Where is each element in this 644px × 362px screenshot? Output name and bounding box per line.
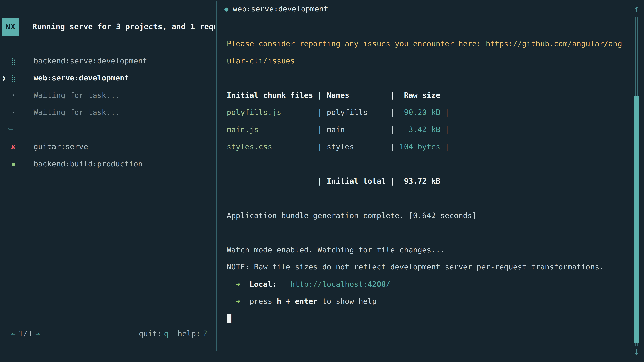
terminal-text: 3.42 kB xyxy=(395,125,440,134)
spinner-icon: ⣷ xyxy=(10,57,17,65)
terminal-text: Application bundle generation complete. … xyxy=(227,211,477,220)
terminal-text: polyfills.js xyxy=(227,108,281,117)
task-label: backend:serve:development xyxy=(34,56,147,65)
task-item-waiting-for-task-[interactable]: ·Waiting for task... xyxy=(0,86,216,104)
terminal-text: Watch mode enabled. Watching for file ch… xyxy=(227,245,445,254)
terminal-line-3 xyxy=(227,69,632,87)
local-server-link[interactable]: http://localhost: xyxy=(290,280,368,289)
scrollbar-thumb[interactable] xyxy=(634,96,639,343)
terminal-text: | xyxy=(281,108,327,117)
terminal-line-8 xyxy=(227,155,632,173)
keyboard-shortcuts: quit: q help: ? xyxy=(139,329,207,338)
terminal-text: polyfills xyxy=(327,108,390,117)
terminal-text: Initial chunk files | Names | Raw size xyxy=(227,91,440,99)
terminal-text: | xyxy=(272,142,327,151)
quit-shortcut-key: q xyxy=(164,329,168,338)
local-server-port[interactable]: 4200 xyxy=(368,280,386,289)
terminal-text: main.js xyxy=(227,125,258,134)
terminal-line-13: Watch mode enabled. Watching for file ch… xyxy=(227,241,632,259)
scroll-up-icon[interactable]: ↑ xyxy=(631,2,643,16)
terminal-text: press xyxy=(240,297,277,306)
terminal-line-11: Application bundle generation complete. … xyxy=(227,207,632,224)
sidebar-title: Running serve for 3 projects, and 1 requ xyxy=(32,17,215,36)
panel-bottom-border xyxy=(216,351,626,351)
terminal-line-1: Please consider reporting any issues you… xyxy=(227,35,632,52)
terminal-text: | xyxy=(258,125,327,134)
terminal-text xyxy=(227,297,236,306)
terminal-line-0 xyxy=(227,18,632,35)
terminal-text: | xyxy=(440,125,454,134)
terminal-text: | xyxy=(390,125,395,134)
terminal-line-5: polyfills.js | polyfills | 90.20 kB | xyxy=(227,104,632,121)
terminal-line-9: | Initial total | 93.72 kB xyxy=(227,173,632,190)
terminal-line-17: █ xyxy=(227,310,632,327)
terminal-text: 90.20 kB xyxy=(395,108,440,117)
task-sidebar: NX Running serve for 3 projects, and 1 r… xyxy=(0,0,216,362)
terminal-text: | xyxy=(390,108,395,117)
terminal-text: h + enter xyxy=(277,297,318,306)
terminal-text: to show help xyxy=(318,297,377,306)
terminal-text: NOTE: Raw file sizes do not reflect deve… xyxy=(227,263,604,271)
panel-divider xyxy=(216,1,217,351)
terminal-text: | xyxy=(390,142,395,151)
task-group: ✘guitar:serve▪backend:build:production xyxy=(0,138,216,172)
terminal-line-4: Initial chunk files | Names | Raw size xyxy=(227,87,632,104)
help-shortcut-key: ? xyxy=(203,329,207,338)
task-label: web:serve:development xyxy=(34,73,129,82)
help-shortcut-label: help: xyxy=(178,329,200,338)
pagination-next-icon[interactable]: → xyxy=(35,329,40,338)
terminal-text: styles xyxy=(327,142,390,151)
task-list: ⣷backend:serve:development❯⣷web:serve:de… xyxy=(0,52,216,172)
task-item-backend-build-production[interactable]: ▪backend:build:production xyxy=(0,155,216,172)
selected-chevron-icon: ❯ xyxy=(1,73,10,82)
github-issues-link[interactable]: https://github.com/angular/ang xyxy=(486,39,622,48)
task-label: Waiting for task... xyxy=(34,108,120,117)
header-border-stub xyxy=(216,8,221,9)
task-label: Waiting for task... xyxy=(34,91,120,99)
github-issues-link-wrap[interactable]: ular-cli/issues xyxy=(227,56,295,65)
task-item-waiting-for-task-[interactable]: ·Waiting for task... xyxy=(0,104,216,121)
pagination-label: 1/1 xyxy=(18,329,32,338)
quit-shortcut-label: quit: xyxy=(139,329,162,338)
task-label: guitar:serve xyxy=(34,142,88,151)
terminal-text: Local: xyxy=(250,280,277,289)
task-item-backend-serve-development[interactable]: ⣷backend:serve:development xyxy=(0,52,216,69)
terminal-line-14: NOTE: Raw file sizes do not reflect deve… xyxy=(227,258,632,276)
terminal-output: Please consider reporting any issues you… xyxy=(227,18,632,327)
pagination: ← 1/1 → xyxy=(11,329,40,338)
output-panel-title: web:serve:development xyxy=(233,4,328,13)
terminal-text: | Initial total | 93.72 kB xyxy=(227,177,440,186)
header-border-line xyxy=(333,8,626,9)
terminal-line-2: ular-cli/issues xyxy=(227,52,632,69)
terminal-text: | xyxy=(440,108,454,117)
terminal-text: | xyxy=(440,142,454,151)
terminal-line-6: main.js | main | 3.42 kB | xyxy=(227,121,632,138)
terminal-cursor: █ xyxy=(227,314,231,323)
success-square-icon: ▪ xyxy=(10,155,17,172)
failed-x-icon: ✘ xyxy=(10,142,17,151)
nx-tui-screen: NX Running serve for 3 projects, and 1 r… xyxy=(0,0,644,362)
terminal-text: ➜ xyxy=(236,280,240,289)
nx-logo-badge: NX xyxy=(2,17,19,36)
scroll-down-icon[interactable]: ↓ xyxy=(631,344,643,359)
task-item-guitar-serve[interactable]: ✘guitar:serve xyxy=(0,138,216,155)
terminal-line-15: ➜ Local: http://localhost:4200/ xyxy=(227,276,632,293)
pending-dot-icon: · xyxy=(10,90,17,100)
terminal-text: 104 bytes xyxy=(395,142,440,151)
output-panel-header: ● web:serve:development xyxy=(216,2,626,16)
task-label: backend:build:production xyxy=(34,159,142,168)
running-bullet-icon: ● xyxy=(224,5,228,13)
spinner-icon: ⣷ xyxy=(10,74,17,82)
terminal-text: Please consider reporting any issues you… xyxy=(227,39,486,48)
pagination-prev-icon[interactable]: ← xyxy=(11,329,16,338)
terminal-text xyxy=(227,280,236,289)
terminal-line-7: styles.css | styles | 104 bytes | xyxy=(227,138,632,156)
pending-dot-icon: · xyxy=(10,107,17,117)
terminal-text: styles.css xyxy=(227,142,272,151)
task-item-web-serve-development[interactable]: ❯⣷web:serve:development xyxy=(0,69,216,87)
terminal-text: ➜ xyxy=(236,297,240,306)
local-server-link-slash[interactable]: / xyxy=(386,280,390,289)
terminal-line-16: ➜ press h + enter to show help xyxy=(227,293,632,310)
terminal-text xyxy=(240,280,250,289)
terminal-line-10 xyxy=(227,190,632,207)
